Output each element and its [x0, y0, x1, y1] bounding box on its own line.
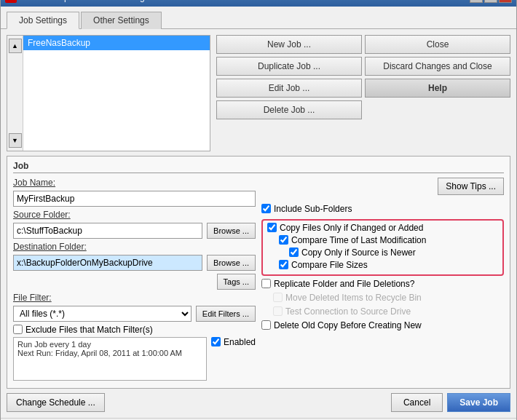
tab-job-settings[interactable]: Job Settings: [7, 12, 79, 29]
job-list-items[interactable]: FreeNasBackup: [23, 36, 210, 151]
edit-job-button[interactable]: Edit Job ...: [216, 79, 362, 98]
include-subfolders-row: Include Sub-Folders: [261, 204, 504, 214]
delete-job-button[interactable]: Delete Job ...: [216, 100, 362, 119]
dest-folder-label: Destination Folder:: [13, 242, 87, 252]
delete-old-copy-label: Delete Old Copy Before Creating New: [274, 320, 422, 330]
buttons-panel: New Job ... Close Duplicate Job ... Disc…: [216, 35, 510, 151]
replicate-deletions-row: Replicate Folder and File Deletions?: [261, 279, 504, 289]
job-name-label: Job Name:: [13, 178, 55, 188]
browse-source-button[interactable]: Browse ...: [207, 223, 256, 239]
test-connection-label: Test Connection to Source Drive: [285, 306, 411, 317]
enabled-label: Enabled: [224, 337, 256, 347]
bottom-bar: Change Schedule ... Cancel Save Job: [7, 393, 510, 412]
include-subfolders-checkbox[interactable]: [261, 204, 271, 213]
copy-files-only-label: Copy Files Only if Changed or Added: [280, 223, 423, 233]
compare-time-checkbox[interactable]: [279, 235, 288, 245]
copy-only-newer-row: Copy Only if Source is Newer: [267, 247, 498, 258]
close-button[interactable]: Close: [365, 35, 510, 54]
app-icon: K: [5, 0, 17, 3]
job-section: Job Job Name: Source Folder:: [7, 156, 510, 389]
copy-files-only-checkbox[interactable]: [267, 223, 277, 232]
two-col-layout: Job Name: Source Folder: Browse ...: [13, 178, 504, 384]
title-bar: K Karen's Replicator - Edit Settings ─ □…: [1, 0, 516, 7]
tab-other-settings[interactable]: Other Settings: [81, 12, 162, 29]
compare-file-sizes-row: Compare File Sizes: [267, 260, 498, 270]
file-filter-select[interactable]: All files (*.*): [13, 306, 192, 322]
discard-changes-button[interactable]: Discard Changes and Close: [365, 57, 510, 76]
replicate-deletions-checkbox[interactable]: [261, 279, 271, 288]
copy-files-only-row: Copy Files Only if Changed or Added: [267, 223, 498, 233]
delete-old-copy-row: Delete Old Copy Before Creating New: [261, 320, 504, 330]
test-connection-checkbox[interactable]: [273, 306, 283, 316]
job-list-scroll: ▲ ▼ FreeNasBackup: [7, 36, 210, 151]
file-filter-label: File Filter:: [13, 293, 52, 303]
close-window-button[interactable]: ✕: [499, 0, 512, 3]
title-bar-left: K Karen's Replicator - Edit Settings: [5, 0, 149, 3]
tags-row: Tags ...: [13, 274, 256, 290]
job-list-panel[interactable]: ▲ ▼ FreeNasBackup: [7, 35, 210, 151]
window-title: Karen's Replicator - Edit Settings: [21, 0, 149, 2]
source-folder-label: Source Folder:: [13, 210, 71, 220]
job-name-input[interactable]: [13, 191, 256, 207]
filter-select-row: All files (*.*) Edit Filters ...: [13, 306, 256, 322]
source-folder-input[interactable]: [13, 223, 202, 239]
main-window: K Karen's Replicator - Edit Settings ─ □…: [0, 0, 517, 420]
cancel-button[interactable]: Cancel: [391, 393, 443, 412]
help-button[interactable]: Help: [365, 79, 510, 98]
tab-bar: Job Settings Other Settings: [1, 7, 516, 29]
move-deleted-label: Move Deleted Items to Recycle Bin: [285, 293, 422, 303]
replicate-deletions-label: Replicate Folder and File Deletions?: [274, 279, 414, 289]
test-connection-row: Test Connection to Source Drive: [261, 306, 504, 317]
enabled-row: Enabled: [211, 337, 256, 347]
right-column: Show Tips ... Include Sub-Folders Copy F…: [261, 178, 504, 384]
move-deleted-row: Move Deleted Items to Recycle Bin: [261, 293, 504, 303]
schedule-row: Run Job every 1 day Next Run: Friday, Ap…: [13, 337, 256, 381]
new-job-button[interactable]: New Job ...: [216, 35, 362, 54]
exclude-files-row: Exclude Files that Match Filter(s): [13, 325, 256, 335]
section-title: Job: [13, 161, 504, 173]
delete-old-copy-checkbox[interactable]: [261, 320, 271, 330]
dest-folder-row: Destination Folder:: [13, 242, 256, 252]
source-folder-row: Source Folder:: [13, 210, 256, 220]
exclude-files-checkbox[interactable]: [13, 325, 23, 334]
edit-filters-button[interactable]: Edit Filters ...: [196, 306, 256, 322]
schedule-line1: Run Job every 1 day: [17, 340, 202, 349]
source-folder-input-row: Browse ...: [13, 223, 256, 239]
job-name-input-row: [13, 191, 256, 207]
copy-only-newer-checkbox[interactable]: [289, 247, 299, 257]
scroll-down-button[interactable]: ▼: [9, 133, 22, 148]
tags-button[interactable]: Tags ...: [217, 274, 256, 290]
copy-options-group: Copy Files Only if Changed or Added Comp…: [261, 219, 504, 276]
exclude-files-label: Exclude Files that Match Filter(s): [25, 325, 153, 335]
title-controls: ─ □ ✕: [470, 0, 512, 3]
schedule-line2: Next Run: Friday, April 08, 2011 at 1:00…: [17, 349, 202, 357]
save-job-button[interactable]: Save Job: [447, 393, 510, 412]
move-deleted-checkbox[interactable]: [273, 293, 283, 302]
main-content: ▲ ▼ FreeNasBackup New Job ... Close Dupl…: [1, 29, 516, 418]
copy-only-newer-label: Copy Only if Source is Newer: [301, 247, 416, 258]
status-bar: Click 'Save Job' button when done groovy…: [1, 418, 516, 421]
compare-file-sizes-label: Compare File Sizes: [291, 260, 368, 270]
browse-dest-button[interactable]: Browse ...: [207, 255, 256, 271]
schedule-box: Run Job every 1 day Next Run: Friday, Ap…: [13, 337, 207, 381]
change-schedule-button[interactable]: Change Schedule ...: [7, 393, 105, 412]
scroll-arrows: ▲ ▼: [7, 36, 23, 151]
compare-time-label: Compare Time of Last Modification: [291, 235, 426, 245]
dest-folder-input[interactable]: [13, 255, 202, 271]
compare-time-row: Compare Time of Last Modification: [267, 235, 498, 245]
minimize-button[interactable]: ─: [470, 0, 483, 3]
list-item[interactable]: FreeNasBackup: [23, 36, 210, 50]
dest-folder-input-row: Browse ...: [13, 255, 256, 271]
enabled-checkbox[interactable]: [211, 337, 221, 346]
maximize-button[interactable]: □: [484, 0, 497, 3]
include-subfolders-label: Include Sub-Folders: [274, 204, 352, 214]
left-column: Job Name: Source Folder: Browse ...: [13, 178, 256, 384]
job-name-row: Job Name:: [13, 178, 256, 188]
file-filter-row: File Filter:: [13, 293, 256, 303]
show-tips-button[interactable]: Show Tips ...: [438, 178, 504, 195]
scroll-up-button[interactable]: ▲: [9, 39, 22, 53]
compare-file-sizes-checkbox[interactable]: [279, 260, 288, 269]
duplicate-job-button[interactable]: Duplicate Job ...: [216, 57, 362, 76]
top-section: ▲ ▼ FreeNasBackup New Job ... Close Dupl…: [7, 35, 510, 151]
